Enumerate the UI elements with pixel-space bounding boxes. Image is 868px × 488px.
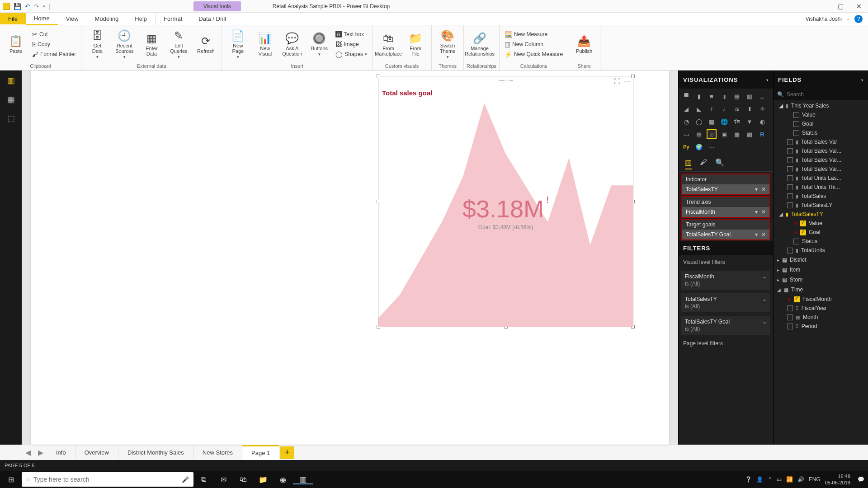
viz-kpi-icon[interactable]: ⎚ bbox=[707, 129, 717, 139]
report-page[interactable]: ⛶ ⋯ Total sales goal $3.18M ! Goal: $3.4… bbox=[31, 70, 669, 445]
viz-multirowcard-icon[interactable]: ▤ bbox=[694, 129, 704, 139]
well-trend-item[interactable]: FiscalMonth ▾✕ bbox=[681, 207, 770, 218]
table-time[interactable]: ◢▦Time bbox=[774, 285, 868, 295]
help-icon[interactable]: ? bbox=[854, 15, 863, 23]
report-view-icon[interactable]: ▥ bbox=[5, 75, 16, 86]
undo-icon[interactable]: ↶ bbox=[25, 3, 30, 10]
battery-icon[interactable]: ▭ bbox=[777, 476, 782, 483]
qat-dropdown-icon[interactable]: ▾ bbox=[43, 4, 45, 9]
new-quick-measure-button[interactable]: ⚡New Quick Measure bbox=[502, 50, 565, 59]
tab-home[interactable]: Home bbox=[26, 13, 58, 25]
tray-chevron-icon[interactable]: ⌃ bbox=[768, 476, 772, 483]
field-totalsalesty-group[interactable]: ◢▮TotalSalesTY bbox=[774, 210, 868, 219]
table-district[interactable]: ▸▦District bbox=[774, 255, 868, 265]
fields-list[interactable]: ◢▮This Year Sales Value Goal Status ▮Tot… bbox=[774, 100, 868, 445]
signed-in-user[interactable]: Vishakha Joshi bbox=[806, 16, 842, 22]
page-tab-newstores[interactable]: New Stores bbox=[193, 446, 242, 459]
field-status[interactable]: Status bbox=[774, 128, 868, 137]
wifi-icon[interactable]: 📶 bbox=[786, 476, 793, 483]
from-marketplace-button[interactable]: 🛍From Marketplace bbox=[375, 27, 401, 62]
viz-combo2-icon[interactable]: ⫰ bbox=[719, 104, 729, 114]
viz-card-icon[interactable]: ▭ bbox=[681, 129, 691, 139]
start-button[interactable]: ⊞ bbox=[0, 475, 22, 484]
viz-ribbon-icon[interactable]: ≋ bbox=[732, 104, 742, 114]
fields-search-input[interactable] bbox=[787, 91, 864, 98]
viz-py-icon[interactable]: Py bbox=[681, 142, 691, 152]
tab-modeling[interactable]: Modeling bbox=[87, 13, 127, 24]
new-page-button[interactable]: 📄New Page▾ bbox=[225, 27, 251, 62]
viz-stackedarea-icon[interactable]: ◣ bbox=[694, 104, 704, 114]
focus-mode-icon[interactable]: ⛶ bbox=[614, 78, 620, 85]
field-tsty-status[interactable]: Status bbox=[774, 237, 868, 246]
viz-100column-icon[interactable]: ▥ bbox=[745, 91, 755, 101]
viz-scatter-icon[interactable]: ፨ bbox=[757, 104, 767, 114]
collapse-pane-icon[interactable]: › bbox=[861, 76, 863, 83]
new-column-button[interactable]: ▥New Column bbox=[502, 40, 565, 49]
field-total-sales-var3[interactable]: ▮Total Sales Var... bbox=[774, 164, 868, 174]
chevron-down-icon[interactable]: ▾ bbox=[755, 209, 758, 215]
viz-clusteredbar-icon[interactable]: ≡ bbox=[707, 91, 717, 101]
viz-slicer-icon[interactable]: ▣ bbox=[719, 129, 729, 139]
edit-queries-button[interactable]: ✎Edit Queries▾ bbox=[165, 27, 192, 62]
viz-clusteredcolumn-icon[interactable]: ⫼ bbox=[719, 91, 729, 101]
field-tsty-goal[interactable]: ➤Goal bbox=[774, 228, 868, 237]
viz-treemap-icon[interactable]: ▦ bbox=[707, 117, 717, 127]
data-view-icon[interactable]: ▦ bbox=[5, 94, 16, 105]
tab-help[interactable]: Help bbox=[127, 13, 155, 24]
mic-icon[interactable]: 🎤 bbox=[182, 476, 189, 483]
enter-data-button[interactable]: ▦Enter Data bbox=[138, 27, 165, 62]
viz-more-icon[interactable]: ⋯ bbox=[707, 142, 717, 152]
viz-filledmap-icon[interactable]: 🗺 bbox=[732, 117, 742, 127]
chevron-down-icon[interactable]: ⌄ bbox=[762, 296, 767, 302]
viz-r-icon[interactable]: R bbox=[757, 129, 767, 139]
taskbar-search[interactable]: ○ 🎤 bbox=[22, 472, 193, 487]
field-fiscalyear[interactable]: ΣFiscalYear bbox=[774, 304, 868, 313]
format-painter-button[interactable]: 🖌Format Painter bbox=[30, 50, 78, 59]
collapse-pane-icon[interactable]: › bbox=[766, 76, 769, 83]
chevron-down-icon[interactable]: ▾ bbox=[755, 186, 758, 192]
field-totalsales[interactable]: ▮TotalSales bbox=[774, 192, 868, 201]
add-page-button[interactable]: + bbox=[280, 446, 294, 459]
viz-donut-icon[interactable]: ◯ bbox=[694, 117, 704, 127]
page-tab-dms[interactable]: District Monthly Sales bbox=[118, 446, 193, 459]
kpi-visual[interactable]: ⛶ ⋯ Total sales goal $3.18M ! Goal: $3.4… bbox=[378, 76, 633, 327]
new-visual-button[interactable]: 📊New Visual bbox=[252, 27, 278, 62]
close-icon[interactable]: ✕ bbox=[856, 3, 862, 10]
viz-area-icon[interactable]: ◢ bbox=[681, 104, 691, 114]
new-measure-button[interactable]: 🧮New Measure bbox=[502, 30, 565, 39]
viz-stackedbar-icon[interactable]: ▀ bbox=[681, 91, 691, 101]
remove-field-icon[interactable]: ✕ bbox=[761, 186, 766, 192]
remove-field-icon[interactable]: ✕ bbox=[761, 231, 766, 238]
page-prev-icon[interactable]: ◀ bbox=[22, 448, 34, 457]
manage-relationships-button[interactable]: 🔗Manage Relationships bbox=[467, 27, 493, 62]
help-tray-icon[interactable]: ❔ bbox=[745, 476, 752, 483]
field-total-sales-var1[interactable]: ▮Total Sales Var... bbox=[774, 146, 868, 155]
taskbar-clock[interactable]: 16:48 05-06-2019 bbox=[825, 473, 853, 486]
well-indicator-item[interactable]: TotalSalesTY ▾✕ bbox=[681, 184, 770, 195]
report-canvas[interactable]: ⛶ ⋯ Total sales goal $3.18M ! Goal: $3.4… bbox=[22, 70, 678, 445]
buttons-button[interactable]: 🔘Buttons▾ bbox=[306, 27, 332, 62]
page-next-icon[interactable]: ▶ bbox=[34, 448, 47, 457]
image-button[interactable]: 🖼Image bbox=[333, 40, 369, 49]
task-view-icon[interactable]: ⧉ bbox=[193, 475, 213, 483]
viz-waterfall-icon[interactable]: ⬍ bbox=[745, 104, 755, 114]
refresh-button[interactable]: ⟳Refresh bbox=[193, 27, 219, 62]
fields-search[interactable]: 🔍 bbox=[774, 89, 868, 100]
field-fiscalmonth[interactable]: ➤FiscalMonth bbox=[774, 295, 868, 304]
fields-tab-icon[interactable]: ▥ bbox=[685, 158, 692, 169]
page-tab-info[interactable]: Info bbox=[47, 446, 75, 459]
tab-format[interactable]: Format bbox=[155, 13, 190, 24]
paste-button[interactable]: 📋Paste bbox=[3, 27, 29, 62]
tab-file[interactable]: File bbox=[0, 13, 26, 24]
notifications-icon[interactable]: 💬 bbox=[858, 476, 864, 483]
powerbi-taskbar-icon[interactable]: ▥ bbox=[293, 475, 313, 484]
from-file-button[interactable]: 📁From File bbox=[402, 27, 429, 62]
ask-question-button[interactable]: 💬Ask A Question bbox=[279, 27, 305, 62]
switch-theme-button[interactable]: 🎨Switch Theme▾ bbox=[434, 27, 461, 62]
visual-grip-icon[interactable] bbox=[499, 80, 513, 83]
filter-totalsalesty-goal[interactable]: TotalSalesTY Goalis (All) ⌄ bbox=[681, 316, 770, 335]
page-tab-page1[interactable]: Page 1 bbox=[242, 445, 279, 460]
field-totalsalesly[interactable]: ▮TotalSalesLY bbox=[774, 201, 868, 210]
field-period[interactable]: ΣPeriod bbox=[774, 322, 868, 331]
shapes-button[interactable]: ◯Shapes▾ bbox=[333, 50, 369, 59]
